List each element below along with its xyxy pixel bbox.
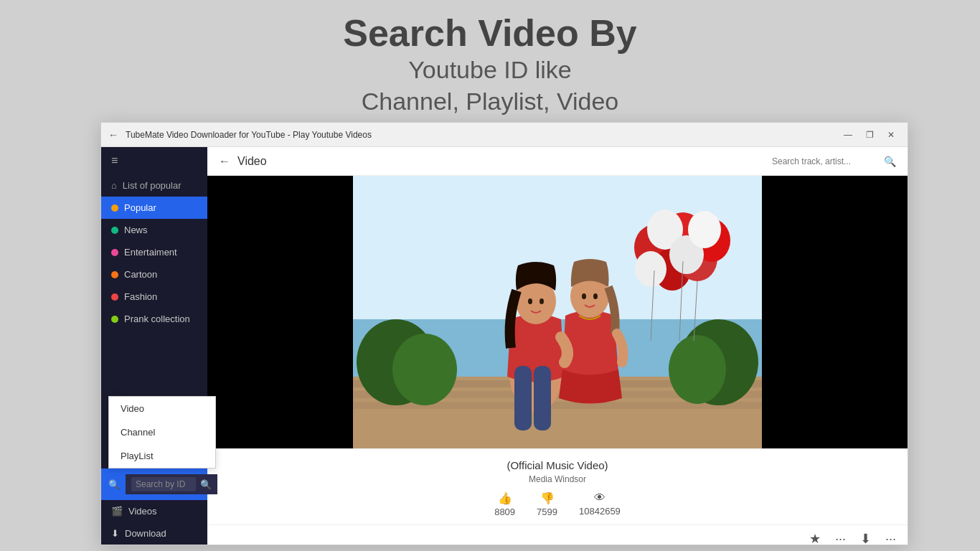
sidebar-item-download[interactable]: ⬇ Download xyxy=(101,522,207,545)
minimize-button[interactable]: — xyxy=(839,127,857,143)
content-header: ← Video 🔍 xyxy=(207,147,908,176)
search-icon: 🔍 xyxy=(108,479,120,490)
sidebar-item-entertainment[interactable]: Entertaiment xyxy=(101,241,207,263)
videos-icon: 🎬 xyxy=(111,506,123,517)
likes-stat: 👍 8809 xyxy=(494,491,515,517)
video-channel: Media Windsor xyxy=(222,474,893,484)
dropdown-playlist[interactable]: PlayList xyxy=(109,444,215,468)
more-options-button[interactable]: ··· xyxy=(835,532,846,545)
video-section: (Official Music Video) Media Windsor 👍 8… xyxy=(207,176,908,545)
search-by-id-input[interactable] xyxy=(131,477,196,491)
content-title: Video xyxy=(237,155,758,168)
video-title: (Official Music Video) xyxy=(222,459,893,471)
maximize-button[interactable]: ❐ xyxy=(860,127,879,143)
like-icon: 👍 xyxy=(498,491,512,505)
heading-line1: Search Video By xyxy=(0,13,980,54)
dropdown-video[interactable]: Video xyxy=(109,397,215,420)
search-dropdown: Video Channel PlayList xyxy=(108,396,216,468)
svg-point-10 xyxy=(669,335,726,404)
svg-rect-24 xyxy=(514,366,532,430)
titlebar-back-button[interactable]: ← xyxy=(108,129,118,141)
dislikes-count: 7599 xyxy=(537,507,557,517)
dot-entertainment xyxy=(111,249,118,256)
heading-line2-3: Youtube ID like Channel, Playlist, Video xyxy=(0,54,980,117)
sidebar: ≡ ⌂ List of popular Popular News Enterta… xyxy=(101,147,207,545)
sidebar-item-prank[interactable]: Prank collection xyxy=(101,308,207,330)
sidebar-item-cartoon[interactable]: Cartoon xyxy=(101,263,207,286)
titlebar: ← TubeMate Video Downloader for YouTube … xyxy=(101,123,908,147)
svg-point-32 xyxy=(593,293,598,299)
page-heading: Search Video By Youtube ID like Channel,… xyxy=(0,0,980,128)
svg-rect-25 xyxy=(534,366,551,430)
svg-point-28 xyxy=(540,298,544,304)
video-thumbnail xyxy=(353,176,762,448)
dot-cartoon xyxy=(111,271,118,278)
share-button[interactable]: ··· xyxy=(885,532,896,545)
titlebar-controls: — ❐ ✕ xyxy=(839,127,900,143)
video-stats: 👍 8809 👎 7599 👁 10842659 xyxy=(222,491,893,517)
titlebar-title: TubeMate Video Downloader for YouTube - … xyxy=(126,130,839,140)
content-search-icon[interactable]: 🔍 xyxy=(884,156,896,167)
bottom-action-bar: ★ ··· ⬇ ··· xyxy=(207,524,908,545)
sidebar-item-list-of-popular[interactable]: ⌂ List of popular xyxy=(101,174,207,197)
dislikes-stat: 👎 7599 xyxy=(537,491,557,517)
search-submit-icon[interactable]: 🔍 xyxy=(200,479,212,490)
content-search-input[interactable] xyxy=(765,154,880,169)
svg-point-19 xyxy=(635,251,666,287)
video-player[interactable] xyxy=(207,176,908,448)
search-input-row: 🔍 xyxy=(126,474,217,494)
views-icon: 👁 xyxy=(594,491,606,504)
close-button[interactable]: ✕ xyxy=(882,127,900,143)
main-area: ≡ ⌂ List of popular Popular News Enterta… xyxy=(101,147,908,545)
dropdown-channel[interactable]: Channel xyxy=(109,420,215,444)
content-back-button[interactable]: ← xyxy=(219,155,230,168)
dot-popular xyxy=(111,204,118,212)
dot-news xyxy=(111,227,118,234)
views-count: 10842659 xyxy=(579,506,621,517)
content-search: 🔍 xyxy=(765,154,896,169)
app-window: ← TubeMate Video Downloader for YouTube … xyxy=(100,122,908,545)
svg-point-8 xyxy=(392,334,457,405)
svg-point-27 xyxy=(528,298,532,304)
content-area: ← Video 🔍 xyxy=(207,147,908,545)
views-stat: 👁 10842659 xyxy=(579,491,621,517)
dot-fashion xyxy=(111,293,118,301)
download-icon: ⬇ xyxy=(111,528,119,539)
dot-prank xyxy=(111,316,118,323)
video-info: (Official Music Video) Media Windsor 👍 8… xyxy=(207,448,908,524)
favorite-button[interactable]: ★ xyxy=(809,531,821,545)
sidebar-menu-button[interactable]: ≡ xyxy=(101,147,207,174)
sidebar-item-videos[interactable]: 🎬 Videos xyxy=(101,500,207,522)
sidebar-item-news[interactable]: News xyxy=(101,219,207,241)
home-icon: ⌂ xyxy=(111,180,117,191)
dislike-icon: 👎 xyxy=(540,491,555,505)
download-video-button[interactable]: ⬇ xyxy=(860,531,871,545)
sidebar-item-fashion[interactable]: Fashion xyxy=(101,286,207,308)
sidebar-item-popular[interactable]: Popular xyxy=(101,197,207,219)
likes-count: 8809 xyxy=(494,507,515,517)
svg-point-31 xyxy=(582,293,586,299)
sidebar-search-button[interactable]: 🔍 🔍 xyxy=(101,468,207,500)
svg-point-18 xyxy=(688,211,721,248)
search-section: Video Channel PlayList 🔍 🔍 xyxy=(101,468,207,500)
